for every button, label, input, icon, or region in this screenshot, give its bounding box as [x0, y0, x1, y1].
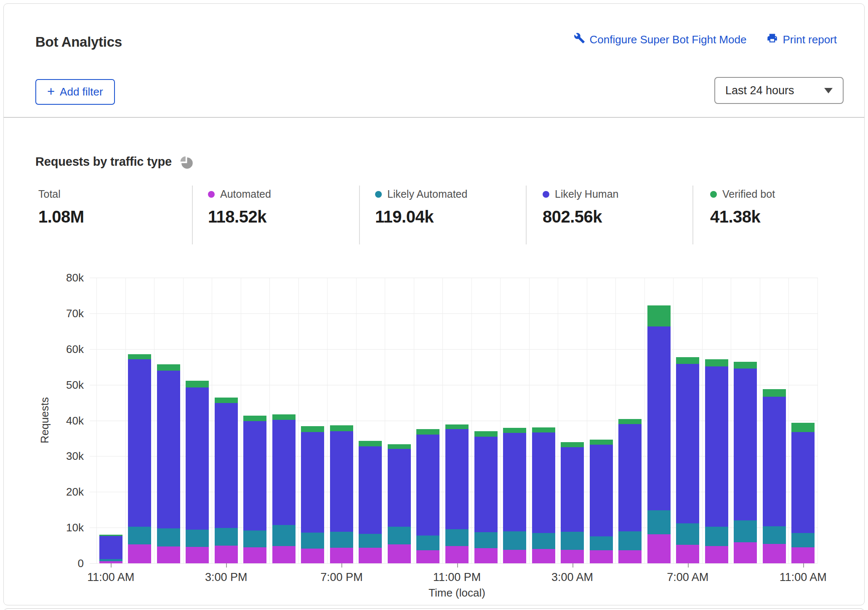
bar-segment[interactable] — [734, 542, 757, 563]
bar-segment[interactable] — [301, 432, 324, 533]
bar-segment[interactable] — [128, 544, 151, 563]
bar-segment[interactable] — [647, 326, 671, 510]
bar[interactable] — [99, 535, 122, 563]
bar-segment[interactable] — [215, 403, 238, 528]
bar-segment[interactable] — [99, 535, 122, 536]
bar-segment[interactable] — [445, 546, 469, 563]
bar[interactable] — [763, 389, 786, 563]
bar-segment[interactable] — [99, 536, 122, 559]
bar-segment[interactable] — [272, 525, 296, 546]
bar-segment[interactable] — [330, 431, 353, 532]
bar[interactable] — [243, 416, 266, 563]
bar-segment[interactable] — [416, 550, 439, 563]
bar-segment[interactable] — [503, 550, 526, 563]
bar-segment[interactable] — [157, 371, 180, 528]
bar-segment[interactable] — [445, 529, 469, 546]
bar-segment[interactable] — [676, 545, 699, 563]
bar-segment[interactable] — [618, 531, 642, 550]
bar[interactable] — [272, 414, 296, 563]
bar[interactable] — [157, 364, 180, 563]
bar-segment[interactable] — [416, 536, 439, 551]
bar-segment[interactable] — [647, 510, 671, 534]
bar-segment[interactable] — [128, 354, 151, 359]
bar-segment[interactable] — [99, 559, 122, 561]
bar-segment[interactable] — [791, 423, 815, 432]
bar-segment[interactable] — [561, 447, 584, 532]
bar-segment[interactable] — [791, 432, 815, 533]
bar-segment[interactable] — [359, 441, 382, 446]
bar-segment[interactable] — [503, 428, 526, 433]
bar-segment[interactable] — [445, 424, 469, 429]
bar-segment[interactable] — [330, 532, 353, 547]
bar-segment[interactable] — [272, 546, 296, 563]
bar-segment[interactable] — [474, 548, 498, 563]
bar-segment[interactable] — [243, 530, 266, 547]
bar-segment[interactable] — [618, 550, 642, 563]
bar-segment[interactable] — [561, 532, 584, 549]
bar-segment[interactable] — [301, 533, 324, 549]
add-filter-button[interactable]: + Add filter — [35, 79, 115, 105]
bar-segment[interactable] — [676, 364, 699, 523]
bar-segment[interactable] — [330, 425, 353, 431]
bar-segment[interactable] — [272, 420, 296, 525]
bar-segment[interactable] — [532, 549, 555, 563]
bar-segment[interactable] — [186, 381, 209, 387]
bar-segment[interactable] — [388, 444, 411, 449]
bar[interactable] — [734, 362, 757, 563]
bar-segment[interactable] — [590, 550, 613, 563]
bar-segment[interactable] — [388, 544, 411, 563]
bar-segment[interactable] — [734, 520, 757, 542]
bar-segment[interactable] — [618, 419, 642, 424]
bar-segment[interactable] — [215, 528, 238, 546]
bar-segment[interactable] — [416, 429, 439, 435]
bar-segment[interactable] — [128, 527, 151, 544]
bar-segment[interactable] — [359, 548, 382, 563]
bar-segment[interactable] — [590, 536, 613, 550]
bar[interactable] — [503, 428, 526, 563]
configure-super-bot-fight-mode-link[interactable]: Configure Super Bot Fight Mode — [574, 32, 747, 47]
bar[interactable] — [590, 439, 613, 563]
bar-segment[interactable] — [301, 549, 324, 563]
bar-segment[interactable] — [503, 531, 526, 549]
bar-segment[interactable] — [301, 426, 324, 432]
bar[interactable] — [532, 427, 555, 563]
bar-segment[interactable] — [243, 421, 266, 530]
bar-segment[interactable] — [561, 442, 584, 447]
bar-segment[interactable] — [734, 362, 757, 369]
bar-segment[interactable] — [705, 527, 728, 546]
bar-segment[interactable] — [388, 449, 411, 527]
bar[interactable] — [186, 381, 209, 563]
bar-segment[interactable] — [128, 359, 151, 527]
bar-segment[interactable] — [186, 547, 209, 563]
bar[interactable] — [676, 357, 699, 563]
bar-segment[interactable] — [186, 387, 209, 530]
bar-segment[interactable] — [445, 429, 469, 529]
bar-segment[interactable] — [763, 544, 786, 563]
bar-segment[interactable] — [359, 446, 382, 534]
bar-segment[interactable] — [791, 533, 815, 547]
bar-segment[interactable] — [474, 431, 498, 437]
bar-segment[interactable] — [561, 550, 584, 563]
bar[interactable] — [618, 419, 642, 563]
bar-segment[interactable] — [272, 414, 296, 420]
bar-segment[interactable] — [705, 546, 728, 563]
bar-segment[interactable] — [590, 445, 613, 536]
bar[interactable] — [128, 354, 151, 563]
bar[interactable] — [791, 423, 815, 563]
bar-segment[interactable] — [763, 397, 786, 526]
bar-segment[interactable] — [215, 398, 238, 403]
bar-segment[interactable] — [243, 547, 266, 563]
bar-segment[interactable] — [157, 364, 180, 370]
bar-segment[interactable] — [705, 366, 728, 527]
bar-segment[interactable] — [763, 389, 786, 397]
bar-segment[interactable] — [532, 533, 555, 549]
time-range-dropdown[interactable]: Last 24 hours — [714, 77, 844, 104]
bar-segment[interactable] — [618, 424, 642, 531]
bar-segment[interactable] — [157, 546, 180, 563]
bar[interactable] — [705, 359, 728, 563]
bar-segment[interactable] — [676, 523, 699, 545]
bar-segment[interactable] — [532, 432, 555, 533]
bar-segment[interactable] — [359, 534, 382, 547]
print-report-link[interactable]: Print report — [767, 32, 837, 47]
bar[interactable] — [416, 429, 439, 563]
